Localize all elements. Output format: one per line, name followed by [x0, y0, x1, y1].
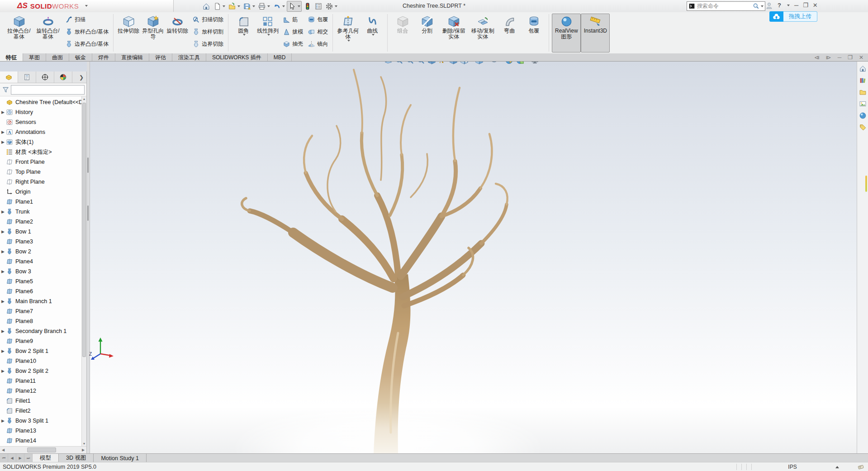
- hscroll-left-icon[interactable]: ◀: [0, 448, 6, 452]
- command-tab-评估[interactable]: 评估: [149, 53, 172, 61]
- headsup-apply-scene-button[interactable]: [515, 62, 529, 66]
- select-cursor-button[interactable]: [287, 1, 302, 12]
- panel-splitter[interactable]: [87, 62, 90, 453]
- feature-tree-item[interactable]: Plane4: [0, 257, 86, 266]
- feature-tree-item[interactable]: 材质 <未指定>: [0, 147, 86, 157]
- doc-restore-button[interactable]: ❐: [848, 54, 853, 61]
- feature-tree-item[interactable]: Plane3: [0, 237, 86, 247]
- headsup-normal-to-button[interactable]: [384, 62, 393, 66]
- feature-filter-input[interactable]: [11, 85, 85, 95]
- dropdown-caret-icon[interactable]: [252, 5, 255, 7]
- window-minimize-button[interactable]: ─: [794, 1, 798, 10]
- dropdown-caret-icon[interactable]: [267, 34, 270, 36]
- feature-tree-item[interactable]: Plane8: [0, 316, 86, 326]
- fm-tab-property-manager[interactable]: [18, 71, 36, 83]
- command-tab-钣金[interactable]: 钣金: [69, 53, 92, 61]
- save-button[interactable]: [242, 1, 256, 11]
- graphics-area[interactable]: A ❯ Cheshire Tree (Default<<Defau ▶Histo…: [0, 62, 868, 453]
- ribbon-button-wrap[interactable]: 包覆: [522, 14, 546, 52]
- expand-arrow-icon[interactable]: ▶: [0, 369, 6, 373]
- headsup-hide-show-items-button[interactable]: [489, 62, 503, 66]
- headsup-view-orientation-button[interactable]: [449, 62, 458, 66]
- ribbon-button-loft[interactable]: 放样凸台/基体: [63, 26, 110, 38]
- rebuild-traffic-light-button[interactable]: [303, 1, 313, 11]
- pane-collapse-left-icon[interactable]: ⧏: [814, 54, 820, 61]
- headsup-zoom-area-button[interactable]: [405, 62, 415, 66]
- dropdown-caret-icon[interactable]: [347, 40, 350, 42]
- feature-tree-item[interactable]: Fillet1: [0, 396, 86, 406]
- tab-scroll-last-icon[interactable]: ⏭: [24, 454, 33, 462]
- feature-tree-item[interactable]: Plane5: [0, 276, 86, 286]
- menu-expand-caret[interactable]: [85, 5, 88, 7]
- ribbon-button-wrap[interactable]: 包覆: [306, 14, 330, 26]
- headsup-edit-appearance-button[interactable]: [504, 62, 514, 66]
- command-tab-特征[interactable]: 特征: [0, 53, 23, 61]
- feature-tree-item[interactable]: Origin: [0, 187, 86, 197]
- ribbon-button-reference-geometry[interactable]: 参考几何体: [336, 14, 360, 52]
- feature-tree-item[interactable]: ▶Bow 1: [0, 227, 86, 237]
- feature-tree-item[interactable]: Plane10: [0, 356, 86, 366]
- feature-tree-item[interactable]: Plane14: [0, 436, 86, 446]
- fm-tab-featuremanager-tree[interactable]: [0, 71, 18, 83]
- feature-tree-item[interactable]: Plane13: [0, 426, 86, 436]
- ribbon-button-cut-extrude[interactable]: 拉伸切除: [116, 14, 141, 52]
- tab-scroll-prev-icon[interactable]: ◀: [8, 454, 16, 462]
- ribbon-button-hole-wizard[interactable]: 异型孔向导: [141, 14, 165, 52]
- headsup-zoom-fit-button[interactable]: [394, 62, 404, 66]
- ribbon-button-move-copy-body[interactable]: 移动/复制实体: [468, 14, 497, 52]
- ribbon-button-linear-pattern[interactable]: 线性阵列: [256, 14, 280, 52]
- ribbon-button-sweep-cut[interactable]: 扫描切除: [190, 14, 225, 26]
- scrollbar-thumb[interactable]: [82, 103, 86, 357]
- dropdown-caret-icon[interactable]: [282, 5, 285, 7]
- taskpane-file-explorer-button[interactable]: [858, 87, 867, 96]
- taskpane-view-palette-button[interactable]: [858, 99, 867, 108]
- command-tab-渲染工具[interactable]: 渲染工具: [172, 53, 206, 61]
- feature-tree-item[interactable]: ▶实体(1): [0, 137, 86, 147]
- command-tab-直接编辑[interactable]: 直接编辑: [115, 53, 149, 61]
- ribbon-button-boundary-cut[interactable]: 边界切除: [190, 38, 225, 50]
- command-tab-MBD[interactable]: MBD: [268, 53, 292, 61]
- open-document-button[interactable]: [227, 1, 241, 11]
- expand-arrow-icon[interactable]: ▶: [0, 140, 6, 144]
- feature-tree-item[interactable]: Plane9: [0, 336, 86, 346]
- dropdown-caret-icon[interactable]: [243, 34, 246, 36]
- ribbon-button-revolve-cut[interactable]: 旋转切除: [165, 14, 190, 52]
- window-close-button[interactable]: ✕: [813, 1, 818, 10]
- feature-tree-item[interactable]: ▶AAnnotations: [0, 127, 86, 137]
- feature-tree-item[interactable]: ▶Bow 2 Split 2: [0, 366, 86, 376]
- fm-tab-display-manager[interactable]: [54, 71, 72, 83]
- expand-arrow-icon[interactable]: ▶: [0, 329, 6, 333]
- dropdown-caret-icon[interactable]: [335, 5, 337, 7]
- new-document-button[interactable]: [212, 1, 226, 11]
- command-tab-草图[interactable]: 草图: [23, 53, 46, 61]
- expand-arrow-icon[interactable]: ▶: [0, 249, 6, 254]
- tab-scroll-first-icon[interactable]: ⏮: [0, 454, 8, 462]
- headsup-annotation-view-button[interactable]: A: [438, 62, 447, 66]
- feature-tree-item[interactable]: Right Plane: [0, 177, 86, 187]
- feature-tree-item[interactable]: Plane12: [0, 386, 86, 396]
- expand-arrow-icon[interactable]: ▶: [0, 229, 6, 234]
- feature-tree-item[interactable]: Plane2: [0, 217, 86, 227]
- search-magnifier-icon[interactable]: [753, 3, 759, 10]
- dropdown-caret-icon[interactable]: [237, 5, 240, 7]
- feature-tree-item[interactable]: Plane7: [0, 306, 86, 316]
- settings-gear-button[interactable]: [324, 1, 338, 11]
- window-restore-button[interactable]: ❐: [803, 1, 808, 10]
- feature-tree-item[interactable]: ▶History: [0, 107, 86, 117]
- ribbon-button-flex[interactable]: 弯曲: [497, 14, 522, 52]
- ribbon-button-revolve-boss[interactable]: 旋转凸台/基体: [33, 14, 62, 52]
- hscrollbar-thumb[interactable]: [27, 447, 56, 452]
- headsup-section-view-button[interactable]: [427, 62, 436, 66]
- taskpane-solidworks-resources-button[interactable]: [858, 64, 867, 73]
- help-caret-icon[interactable]: [787, 5, 790, 6]
- status-caret-icon[interactable]: [835, 466, 839, 468]
- expand-arrow-icon[interactable]: ▶: [0, 419, 6, 423]
- filter-funnel-icon[interactable]: [2, 86, 9, 94]
- ribbon-button-instant3d[interactable]: Instant3D: [581, 14, 610, 52]
- panel-expand-chevron[interactable]: ❯: [72, 71, 86, 83]
- feature-tree-item[interactable]: ▶Bow 2: [0, 247, 86, 257]
- expand-arrow-icon[interactable]: ▶: [0, 269, 6, 274]
- feature-tree-item[interactable]: Sensors: [0, 117, 86, 127]
- command-tab-SOLIDWORKS 插件[interactable]: SOLIDWORKS 插件: [206, 53, 268, 61]
- ribbon-button-boundary[interactable]: 边界凸台/基体: [63, 38, 110, 50]
